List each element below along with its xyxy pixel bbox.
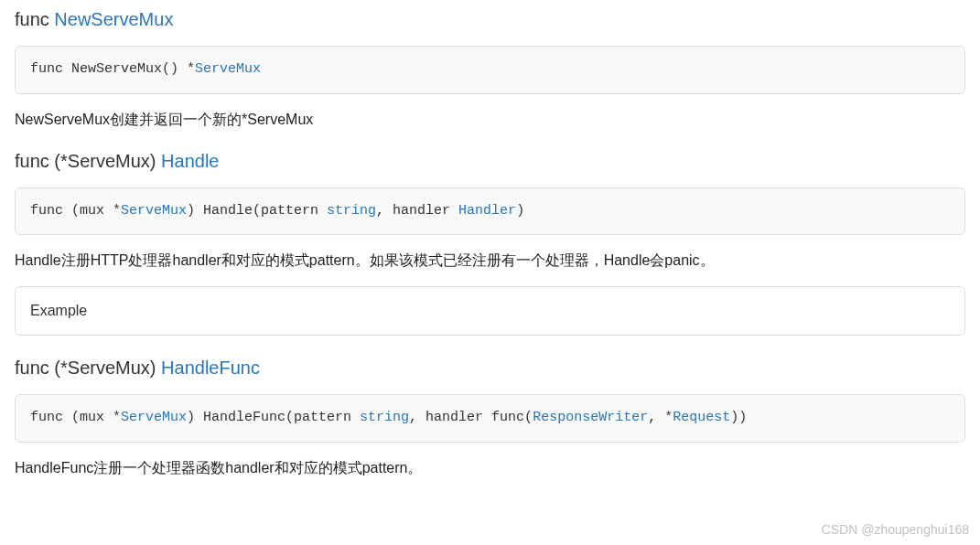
code-keyword-string: string <box>360 410 409 425</box>
code-link-servemux[interactable]: ServeMux <box>195 61 261 77</box>
code-block-handlefunc: func (mux *ServeMux) HandleFunc(pattern … <box>15 394 965 443</box>
desc-handle: Handle注册HTTP处理器handler和对应的模式pattern。如果该模… <box>15 250 965 272</box>
code-text: , * <box>648 410 673 425</box>
heading-prefix: func (*ServeMux) <box>15 358 161 378</box>
code-block-handle: func (mux *ServeMux) Handle(pattern stri… <box>15 187 965 236</box>
code-link-request[interactable]: Request <box>673 410 730 425</box>
code-text: func NewServeMux() * <box>30 61 195 77</box>
heading-link-handle[interactable]: Handle <box>161 151 219 171</box>
code-block-newservemux: func NewServeMux() *ServeMux <box>15 46 965 94</box>
code-text: ) HandleFunc(pattern <box>187 410 360 425</box>
code-text: )) <box>730 410 747 425</box>
code-text: , handler func( <box>409 410 533 425</box>
code-link-servemux[interactable]: ServeMux <box>121 203 187 219</box>
section-heading-newservemux: func NewServeMux <box>15 5 965 33</box>
code-text: ) <box>516 203 524 219</box>
code-text: func (mux * <box>30 410 121 425</box>
heading-prefix: func (*ServeMux) <box>15 151 161 171</box>
heading-link-handlefunc[interactable]: HandleFunc <box>161 358 260 378</box>
example-label: Example <box>30 303 87 318</box>
code-keyword-string: string <box>327 203 376 219</box>
code-text: , handler <box>376 203 458 219</box>
code-text: ) Handle(pattern <box>187 203 327 219</box>
heading-link-newservemux[interactable]: NewServeMux <box>54 9 173 29</box>
code-text: func (mux * <box>30 203 121 219</box>
section-heading-handlefunc: func (*ServeMux) HandleFunc <box>15 354 965 381</box>
section-heading-handle: func (*ServeMux) Handle <box>15 147 965 175</box>
desc-handlefunc: HandleFunc注册一个处理器函数handler和对应的模式pattern。 <box>15 457 965 479</box>
code-link-handler[interactable]: Handler <box>458 203 516 219</box>
desc-newservemux: NewServeMux创建并返回一个新的*ServeMux <box>15 109 965 131</box>
example-toggle[interactable]: Example <box>15 286 965 336</box>
code-link-servemux[interactable]: ServeMux <box>121 410 187 425</box>
code-link-responsewriter[interactable]: ResponseWriter <box>533 410 648 425</box>
heading-prefix: func <box>15 9 54 29</box>
